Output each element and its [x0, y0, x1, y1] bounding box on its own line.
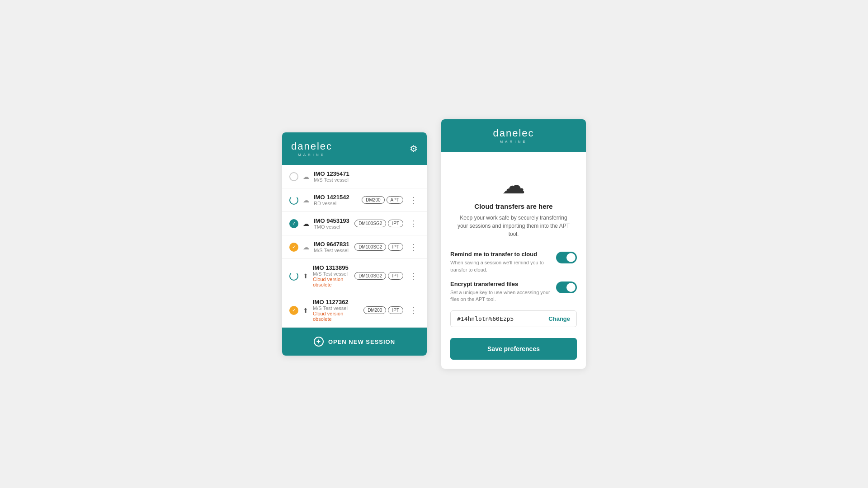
checkmark-icon: ✓	[292, 221, 296, 226]
vessel-radio-loading[interactable]	[289, 272, 298, 281]
big-cloud-icon: ☁	[502, 174, 525, 197]
vessel-item[interactable]: ⬆ IMO 1313895 M/S Test vessel Cloud vers…	[282, 259, 427, 293]
remind-text: Remind me to transfer to cloud When savi…	[450, 251, 551, 273]
encrypt-text: Encrypt transferred files Set a unique k…	[450, 281, 551, 303]
left-panel: danelec MARINE ⚙ ☁ IMO 1235471 M/S Test …	[282, 132, 427, 356]
vessel-info: IMO 1235471 M/S Test vessel	[314, 170, 420, 183]
cloud-outline-icon: ☁	[303, 173, 309, 180]
encryption-field: #14hnlotn%60Ezp5 Change	[450, 310, 577, 327]
open-session-button[interactable]: + OPEN NEW SESSION	[282, 328, 427, 356]
tag-dm100sg2: DM100SG2	[354, 243, 386, 251]
right-brand-sub: MARINE	[500, 140, 527, 144]
remind-sub: When saving a session we'll remind you t…	[450, 259, 551, 273]
vessel-list: ☁ IMO 1235471 M/S Test vessel ☁ IMO 1421…	[282, 165, 427, 328]
vessel-item[interactable]: ☁ IMO 1235471 M/S Test vessel	[282, 165, 427, 188]
vessel-info: IMO 1127362 M/S Test vessel Cloud versio…	[313, 299, 359, 322]
vessel-info: IMO 1313895 M/S Test vessel Cloud versio…	[313, 264, 350, 287]
right-logo: danelec MARINE	[493, 127, 534, 144]
more-options-icon[interactable]: ⋮	[408, 241, 420, 253]
tag-dm100sg2: DM100SG2	[354, 272, 386, 280]
vessel-imo: IMO 1421542	[314, 194, 357, 201]
right-header: danelec MARINE	[441, 119, 586, 152]
cloud-outline-icon: ☁	[303, 197, 309, 204]
tag-ipt: IPT	[388, 306, 403, 314]
encrypt-row: Encrypt transferred files Set a unique k…	[450, 281, 577, 303]
open-session-label: OPEN NEW SESSION	[328, 338, 395, 345]
encryption-key-value: #14hnlotn%60Ezp5	[457, 315, 514, 322]
preferences-section: Remind me to transfer to cloud When savi…	[441, 251, 586, 336]
vessel-tags: DM100SG2 IPT	[354, 243, 403, 251]
vessel-name: M/S Test vessel	[313, 305, 359, 311]
vessel-radio-orange[interactable]: ✓	[289, 306, 298, 315]
vessel-imo: IMO 9453193	[314, 217, 350, 224]
checkmark-icon: ✓	[292, 307, 296, 313]
obsolete-notice: Cloud version obsolete	[313, 277, 350, 287]
vessel-imo: IMO 1235471	[314, 170, 420, 177]
tag-dm100sg2: DM100SG2	[354, 220, 386, 227]
vessel-name: M/S Test vessel	[314, 248, 350, 253]
vessel-info: IMO 9453193 TMO vessel	[314, 217, 350, 230]
cloud-outline-icon: ☁	[303, 244, 309, 251]
vessel-name: RD vessel	[314, 201, 357, 206]
tag-dm200: DM200	[363, 306, 386, 314]
vessel-item[interactable]: ✓ ☁ IMO 9453193 TMO vessel DM100SG2 IPT …	[282, 212, 427, 235]
vessel-radio-orange[interactable]: ✓	[289, 243, 298, 252]
cloud-upload-icon: ⬆	[303, 307, 308, 314]
change-button[interactable]: Change	[548, 315, 570, 322]
cloud-desc: Keep your work safe by securely transfer…	[454, 214, 573, 238]
vessel-name: TMO vessel	[314, 224, 350, 230]
tag-dm200: DM200	[362, 196, 384, 204]
vessel-info: IMO 1421542 RD vessel	[314, 194, 357, 206]
vessel-radio-loading[interactable]	[289, 196, 298, 205]
tag-ipt: IPT	[388, 243, 403, 251]
cloud-dark-icon: ☁	[303, 220, 309, 227]
encrypt-toggle[interactable]	[556, 282, 577, 293]
tag-apt: APT	[387, 196, 403, 204]
vessel-tags: DM200 IPT	[363, 306, 403, 314]
plus-circle-icon: +	[314, 337, 324, 347]
tag-ipt: IPT	[388, 220, 403, 227]
more-options-icon[interactable]: ⋮	[408, 270, 420, 282]
remind-label: Remind me to transfer to cloud	[450, 251, 551, 258]
save-preferences-button[interactable]: Save preferences	[450, 338, 577, 360]
left-brand-text: danelec	[291, 141, 332, 152]
toggle-track	[556, 252, 577, 263]
obsolete-notice: Cloud version obsolete	[313, 311, 359, 322]
vessel-imo: IMO 1313895	[313, 264, 350, 271]
vessel-tags: DM100SG2 IPT	[354, 220, 403, 227]
gear-icon[interactable]: ⚙	[410, 143, 418, 154]
encrypt-label: Encrypt transferred files	[450, 281, 551, 287]
toggle-thumb	[566, 253, 576, 262]
vessel-radio-checked[interactable]: ✓	[289, 219, 298, 228]
vessel-tags: DM100SG2 IPT	[354, 272, 403, 280]
toggle-track	[556, 282, 577, 293]
right-brand-text: danelec	[493, 127, 534, 139]
right-content: ☁ Cloud transfers are here Keep your wor…	[441, 152, 586, 369]
vessel-name: M/S Test vessel	[314, 177, 420, 183]
more-options-icon[interactable]: ⋮	[408, 305, 420, 316]
vessel-item[interactable]: ✓ ☁ IMO 9647831 M/S Test vessel DM100SG2…	[282, 235, 427, 259]
left-header: danelec MARINE ⚙	[282, 132, 427, 165]
vessel-name: M/S Test vessel	[313, 271, 350, 277]
cloud-title: Cloud transfers are here	[474, 202, 552, 210]
remind-row: Remind me to transfer to cloud When savi…	[450, 251, 577, 273]
encrypt-sub: Set a unique key to use when accessing y…	[450, 289, 551, 303]
left-logo: danelec MARINE	[291, 141, 332, 157]
vessel-imo: IMO 9647831	[314, 241, 350, 248]
remind-toggle[interactable]	[556, 252, 577, 263]
more-options-icon[interactable]: ⋮	[408, 218, 420, 230]
checkmark-icon: ✓	[292, 244, 296, 250]
cloud-upload-icon: ⬆	[303, 272, 308, 280]
cloud-section: ☁ Cloud transfers are here Keep your wor…	[441, 152, 586, 251]
left-brand-sub: MARINE	[298, 153, 326, 157]
vessel-radio[interactable]	[289, 172, 298, 181]
toggle-thumb	[566, 283, 576, 292]
right-panel: danelec MARINE ☁ Cloud transfers are her…	[441, 119, 586, 369]
more-options-icon[interactable]: ⋮	[408, 194, 420, 206]
vessel-item[interactable]: ☁ IMO 1421542 RD vessel DM200 APT ⋮	[282, 188, 427, 212]
vessel-item[interactable]: ✓ ⬆ IMO 1127362 M/S Test vessel Cloud ve…	[282, 293, 427, 328]
tag-ipt: IPT	[388, 272, 403, 280]
vessel-info: IMO 9647831 M/S Test vessel	[314, 241, 350, 253]
vessel-imo: IMO 1127362	[313, 299, 359, 305]
vessel-tags: DM200 APT	[362, 196, 403, 204]
